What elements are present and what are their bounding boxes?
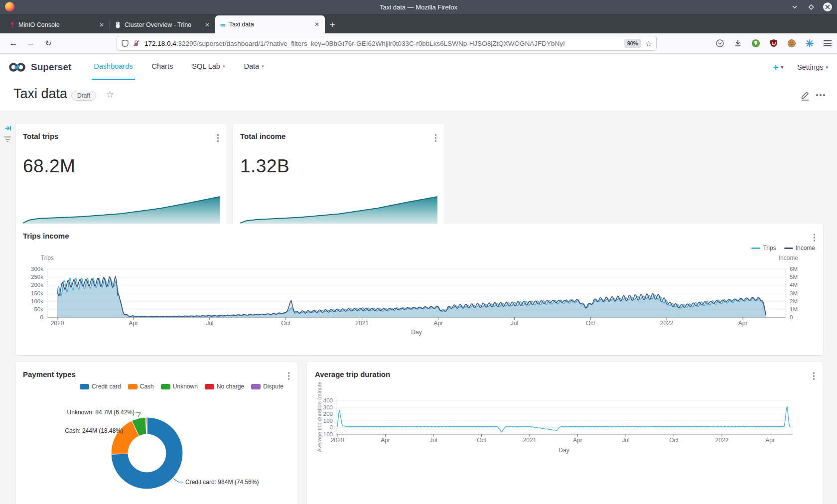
- more-options-icon[interactable]: [816, 94, 825, 96]
- expand-filter-bar-icon[interactable]: [4, 125, 11, 133]
- card-total-trips: Total trips 68.2M: [16, 124, 227, 232]
- minimize-icon[interactable]: [790, 2, 799, 11]
- header-right: +▾ Settings▾: [773, 62, 828, 73]
- shield-icon[interactable]: [121, 39, 129, 48]
- tab-taxi-data[interactable]: ∞ Taxi data ✕: [215, 15, 325, 33]
- axis-tick-label: 5M: [790, 274, 798, 280]
- donut-label-cash: Cash: 244M (18.48%): [65, 427, 123, 434]
- edit-dashboard-icon[interactable]: [800, 90, 810, 103]
- axis-tick-label: Jul: [206, 320, 213, 327]
- axis-tick-label: 2M: [790, 298, 798, 304]
- multi-account-containers-icon[interactable]: [805, 39, 814, 48]
- axis-tick-label: 100k: [31, 298, 43, 304]
- url-host: 172.18.0.4: [144, 40, 176, 47]
- superset-header: Superset Dashboards Charts SQL Lab▾ Data…: [0, 54, 837, 80]
- axis-tick-label: 0: [790, 314, 793, 320]
- tab-close-icon[interactable]: ✕: [98, 21, 106, 28]
- axis-tick-label: 2021: [355, 320, 369, 327]
- chevron-down-icon: ▾: [781, 65, 784, 70]
- window-title: Taxi data — Mozilla Firefox: [0, 3, 837, 11]
- chevron-down-icon: ▾: [826, 65, 828, 70]
- downloads-icon[interactable]: [733, 39, 742, 48]
- axis-tick-label: 200k: [31, 282, 43, 288]
- dashboard-grid: Total trips 68.2M Total income 1.32B Tri…: [0, 111, 837, 504]
- donut-label-unknown: Unknown: 84.7M (6.42%): [67, 409, 135, 416]
- tab-close-icon[interactable]: ✕: [203, 21, 211, 28]
- axis-tick-label: 6M: [790, 266, 798, 272]
- card-payment-types: Payment types Credit cardCashUnknownNo c…: [16, 362, 297, 504]
- axis-tick-label: 300: [323, 404, 333, 410]
- axis-tick-label: 100: [323, 418, 333, 424]
- axis-tick-label: 0: [40, 314, 43, 320]
- back-button[interactable]: ←: [6, 33, 21, 53]
- nav-data[interactable]: Data▾: [242, 54, 266, 80]
- donut-label-leader: [136, 412, 140, 417]
- big-number-value: 1.32B: [240, 156, 289, 177]
- new-tab-button[interactable]: +: [325, 16, 340, 33]
- axis-tick-label: Apr: [765, 437, 775, 444]
- insecure-lock-icon[interactable]: [133, 39, 140, 47]
- axis-tick-label: 0: [330, 424, 333, 430]
- cookie-manager-icon[interactable]: [787, 39, 796, 48]
- screen: Taxi data — Mozilla Firefox MinIO Consol…: [0, 0, 837, 504]
- card-avg-trip-duration: Average trip duration Average trip durat…: [307, 362, 823, 504]
- superset-infinity-icon: [8, 61, 27, 73]
- tab-close-icon[interactable]: ✕: [313, 21, 321, 28]
- axis-tick-label: Jul: [622, 437, 629, 444]
- close-window-icon[interactable]: [823, 2, 832, 11]
- axis-tick-label: 150k: [31, 290, 43, 296]
- favorite-star-icon[interactable]: ☆: [106, 89, 114, 100]
- axis-tick-label: 300k: [31, 266, 43, 272]
- axis-tick-label: Apr: [738, 320, 748, 327]
- trino-bunny-icon: [115, 21, 121, 29]
- donut-label-credit-card: Credit card: 984M (74.56%): [185, 479, 259, 486]
- axis-tick-label: Apr: [433, 320, 443, 327]
- axis-tick-label: 4M: [790, 282, 798, 288]
- tab-minio-console[interactable]: MinIO Console ✕: [4, 16, 110, 33]
- toolbar-extensions: [715, 33, 832, 53]
- tab-label: Taxi data: [229, 21, 313, 28]
- axis-tick-label: 2022: [660, 320, 674, 327]
- minio-flamingo-icon: [9, 21, 15, 29]
- chart-options-icon[interactable]: [434, 133, 438, 143]
- url-path: :32295/superset/dashboard/1/?native_filt…: [176, 40, 621, 47]
- maximize-icon[interactable]: [807, 2, 816, 11]
- chart-title: Total trips: [23, 132, 58, 140]
- privacy-badger-icon[interactable]: [751, 39, 760, 48]
- hamburger-menu-icon[interactable]: [823, 39, 832, 48]
- window-titlebar: Taxi data — Mozilla Firefox: [0, 0, 837, 14]
- nav-sql-lab[interactable]: SQL Lab▾: [190, 54, 227, 80]
- status-badge: Draft: [71, 91, 96, 101]
- forward-button[interactable]: →: [23, 33, 38, 53]
- axis-tick-label: Oct: [281, 320, 290, 327]
- dashboard-header: Taxi data Draft ☆: [0, 80, 837, 111]
- nav-dashboards[interactable]: Dashboards: [92, 54, 135, 80]
- axis-tick-label: 3M: [790, 290, 798, 296]
- tab-label: MinIO Console: [18, 21, 98, 28]
- window-controls: [790, 0, 832, 14]
- main-nav: Dashboards Charts SQL Lab▾ Data▾: [84, 54, 273, 80]
- page-title: Taxi data: [13, 86, 67, 102]
- superset-favicon-icon: ∞: [220, 21, 226, 28]
- pocket-icon[interactable]: [715, 39, 724, 48]
- superset-logo[interactable]: Superset: [8, 61, 71, 73]
- axis-tick-label: 2021: [523, 437, 537, 444]
- ublock-origin-icon[interactable]: [769, 39, 778, 48]
- filter-icon[interactable]: [4, 136, 11, 142]
- axis-tick-label: Oct: [477, 437, 486, 444]
- axis-tick-label: Apr: [129, 320, 139, 327]
- zoom-level-badge[interactable]: 90%: [624, 39, 641, 48]
- settings-menu[interactable]: Settings▾: [797, 63, 828, 71]
- x-axis-title: Day: [402, 329, 431, 336]
- nav-charts[interactable]: Charts: [150, 54, 175, 80]
- new-item-button[interactable]: +▾: [773, 62, 783, 73]
- bookmark-star-icon[interactable]: ☆: [645, 39, 652, 48]
- avg-duration-plot[interactable]: 4003002001000-1002020AprJulOct2021AprJul…: [307, 362, 823, 504]
- tab-trino[interactable]: Cluster Overview - Trino ✕: [110, 16, 215, 33]
- axis-tick-label: 2020: [51, 320, 64, 327]
- axis-tick-label: 2022: [715, 437, 729, 444]
- url-bar[interactable]: 172.18.0.4:32295/superset/dashboard/1/?n…: [117, 36, 657, 51]
- chart-options-icon[interactable]: [216, 133, 220, 143]
- axis-tick-label: 50k: [34, 306, 43, 312]
- reload-button[interactable]: ↻: [41, 33, 56, 53]
